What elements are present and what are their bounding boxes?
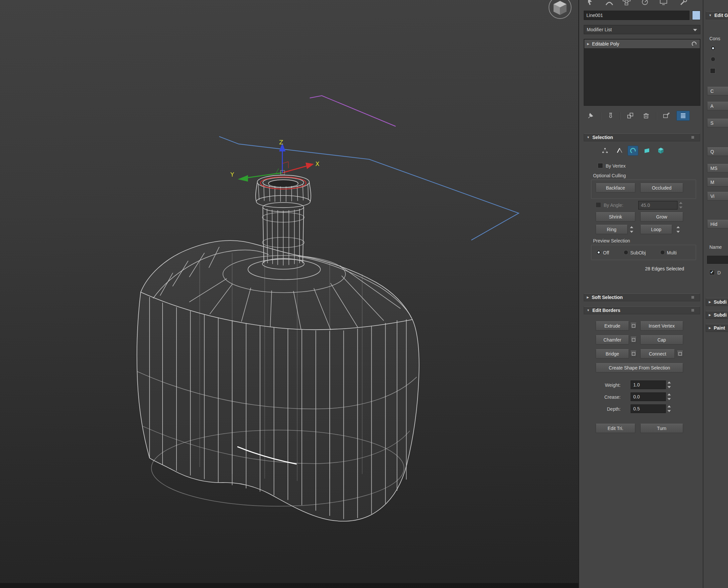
modifier-stack-item[interactable]: ▶ Editable Poly — [584, 40, 700, 48]
modifier-list-label: Modifier List — [587, 27, 612, 32]
preview-off-radio[interactable] — [596, 250, 601, 255]
spline-secondary[interactable] — [310, 96, 395, 126]
tab-create[interactable] — [586, 0, 595, 6]
constraint-radio-1[interactable] — [711, 46, 715, 50]
tab-modify[interactable] — [605, 0, 614, 6]
create-geo-button[interactable]: C — [707, 87, 728, 96]
quickslice-button[interactable]: Q — [707, 147, 728, 156]
backface-button[interactable]: Backface — [596, 183, 635, 193]
object-color-swatch[interactable] — [692, 10, 701, 20]
rollout-paint-deformation[interactable]: ▶ Paint — [706, 324, 728, 332]
hide-selected-button[interactable]: Hid — [707, 220, 728, 229]
connect-button[interactable]: Connect — [640, 349, 675, 358]
depth-spinner[interactable] — [666, 404, 672, 413]
by-angle-value-field[interactable]: 45.0 — [638, 201, 678, 210]
toolbar-separator — [620, 112, 620, 120]
expand-arrow-icon[interactable]: ▶ — [587, 42, 590, 46]
named-selections-field[interactable] — [707, 256, 728, 264]
create-shape-button[interactable]: Create Shape From Selection — [596, 363, 683, 373]
collapse-arrow-icon: ▼ — [709, 14, 712, 17]
make-planar-button[interactable]: M — [707, 178, 728, 187]
chevron-down-icon — [693, 29, 697, 31]
tab-utilities[interactable] — [679, 0, 688, 6]
bridge-button[interactable]: Bridge — [596, 349, 629, 358]
attach-button[interactable]: A — [707, 102, 728, 110]
modifier-list-dropdown[interactable]: Modifier List — [584, 25, 701, 34]
depth-label: Depth: — [592, 406, 621, 412]
msmooth-button[interactable]: MS — [707, 164, 728, 173]
cap-button[interactable]: Cap — [640, 335, 683, 344]
crease-value-field[interactable]: 0.0 — [630, 393, 666, 401]
weight-spinner[interactable] — [666, 380, 672, 389]
extrude-button[interactable]: Extrude — [596, 321, 629, 331]
rollout-selection[interactable]: ▼ Selection — [584, 133, 700, 141]
delete-isolated-checkbox[interactable] — [709, 270, 715, 275]
crease-spinner[interactable] — [666, 393, 672, 401]
named-selections-label: Name — [709, 244, 722, 250]
axis-x-label: X — [316, 160, 319, 167]
loop-spinner[interactable] — [676, 225, 681, 234]
collapse-arrow-icon: ▼ — [587, 309, 590, 312]
make-unique-button[interactable] — [626, 111, 635, 120]
by-vertex-checkbox[interactable] — [598, 163, 603, 168]
weight-value-field[interactable]: 1.0 — [630, 380, 666, 389]
object-name-input[interactable]: Line001 — [584, 10, 689, 20]
preview-multi-radio[interactable] — [660, 250, 665, 255]
preview-subobj-radio[interactable] — [624, 250, 628, 255]
subobject-polygon-button[interactable] — [642, 146, 652, 156]
tab-display[interactable] — [659, 0, 668, 6]
extrude-settings-button[interactable] — [630, 322, 637, 329]
view-align-button[interactable]: Vi — [707, 192, 728, 201]
connect-settings-button[interactable] — [677, 351, 683, 357]
occluded-button[interactable]: Occluded — [640, 183, 683, 193]
ring-button[interactable]: Ring — [596, 225, 628, 234]
modifier-stack[interactable]: ▶ Editable Poly — [584, 39, 701, 106]
configure-modifier-sets-button[interactable] — [662, 111, 670, 120]
panel-column-divider — [703, 0, 703, 588]
subobject-edge-button[interactable] — [614, 146, 625, 156]
by-angle-spinner[interactable] — [678, 201, 683, 210]
modifier-stack-list-button[interactable] — [677, 111, 690, 121]
expand-arrow-icon: ▶ — [709, 326, 711, 330]
collapse-arrow-icon: ▼ — [587, 136, 590, 139]
chamfer-button[interactable]: Chamfer — [596, 335, 629, 344]
bridge-settings-button[interactable] — [630, 351, 637, 357]
turn-button[interactable]: Turn — [640, 424, 683, 433]
preview-multi-label: Multi — [667, 250, 677, 256]
subobject-vertex-button[interactable] — [600, 146, 610, 156]
viewcube[interactable] — [549, 0, 571, 19]
shrink-button[interactable]: Shrink — [596, 212, 635, 222]
rollout-edit-borders[interactable]: ▼ Edit Borders — [584, 306, 700, 314]
insert-vertex-button[interactable]: Insert Vertex — [640, 321, 683, 331]
preview-subobj-label: SubObj — [630, 250, 646, 256]
subobject-border-button[interactable] — [628, 146, 638, 156]
depth-value-field[interactable]: 0.5 — [630, 404, 666, 413]
rollout-soft-selection[interactable]: ▶ Soft Selection — [584, 293, 700, 301]
rollout-edit-geometry-title: Edit G — [714, 13, 728, 18]
rollout-subdivision-displacement-title: Subdi — [714, 312, 727, 318]
tab-hierarchy[interactable] — [622, 0, 631, 6]
show-end-result-button[interactable] — [606, 111, 615, 120]
viewport[interactable]: Z X Y — [0, 0, 579, 588]
command-panel: Line001 Modifier List ▶ Editable Poly — [579, 0, 728, 588]
rollout-edit-geometry[interactable]: ▼ Edit G — [706, 11, 728, 19]
bottle-wireframe[interactable] — [137, 175, 419, 521]
expand-arrow-icon: ▶ — [709, 300, 711, 303]
pin-stack-button[interactable] — [586, 111, 595, 120]
preserve-uvs-checkbox[interactable] — [710, 68, 715, 74]
grow-button[interactable]: Grow — [640, 212, 683, 222]
tab-motion[interactable] — [640, 0, 649, 6]
constraint-radio-2[interactable] — [711, 57, 715, 62]
slice-plane-button[interactable]: S — [707, 119, 728, 127]
remove-modifier-button[interactable] — [642, 111, 650, 120]
subobject-element-button[interactable] — [656, 146, 666, 156]
rollout-subdivision-displacement[interactable]: ▶ Subdi — [706, 311, 728, 319]
chamfer-settings-button[interactable] — [630, 337, 637, 343]
application-window: Z X Y — [0, 0, 728, 588]
loop-button[interactable]: Loop — [640, 225, 672, 234]
ring-spinner[interactable] — [629, 225, 634, 234]
edit-tri-button[interactable]: Edit Tri. — [596, 424, 635, 433]
rollout-paint-deformation-title: Paint — [714, 325, 725, 331]
rollout-subdivision-surface[interactable]: ▶ Subdi — [706, 298, 728, 306]
by-angle-checkbox[interactable] — [596, 202, 601, 208]
